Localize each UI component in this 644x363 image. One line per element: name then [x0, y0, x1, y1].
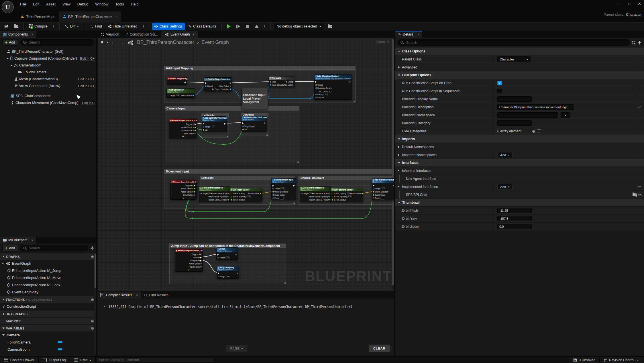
save-button[interactable] — [2, 23, 11, 30]
exec-pin[interactable] — [373, 185, 374, 187]
revision-control-button[interactable]: Revision Control — [600, 357, 644, 363]
exec-pin[interactable] — [184, 82, 186, 83]
my-blueprint-search-input[interactable] — [28, 246, 86, 250]
tree-row[interactable]: CameraBoom — [2, 62, 96, 69]
delete-icon[interactable] — [538, 130, 541, 133]
add-blueprint-item-button[interactable]: + Add — [2, 245, 18, 251]
data-pin[interactable] — [231, 196, 232, 197]
compile-options-kebab-icon[interactable]: ⋮ — [51, 24, 56, 29]
expander-icon[interactable] — [3, 313, 6, 315]
list-item[interactable]: CameraBoom — [0, 346, 96, 353]
eject-button[interactable] — [253, 23, 261, 30]
expander-icon[interactable] — [10, 65, 13, 67]
exec-pin[interactable] — [224, 123, 226, 125]
expand-chevron-icon[interactable] — [170, 197, 196, 199]
add-component-button[interactable]: + Add — [2, 39, 18, 46]
menu-item-asset[interactable]: Asset — [43, 0, 59, 9]
exec-pin[interactable] — [200, 260, 202, 262]
pin-value[interactable] — [380, 197, 384, 200]
exec-pin[interactable] — [293, 185, 295, 187]
node-get-right-vector[interactable]: ƒGet Right VectorIn Rot X (Roll)Return V… — [230, 188, 262, 202]
text-field[interactable] — [497, 224, 532, 229]
exec-pin[interactable] — [264, 122, 266, 124]
expander-icon[interactable] — [2, 299, 5, 301]
asset-tab[interactable]: ThirdPersonMap — [17, 11, 58, 22]
data-pin[interactable] — [373, 191, 374, 193]
menu-item-view[interactable]: View — [59, 0, 74, 9]
exec-pin[interactable] — [272, 185, 274, 187]
list-item[interactable]: EnhancedInputAction IA_Look — [0, 281, 96, 289]
add-icon[interactable]: ⊕ — [91, 297, 94, 302]
edit-in-cpp-link[interactable]: Edit in C — [82, 101, 95, 105]
data-pin[interactable] — [373, 194, 374, 196]
unsaved-button[interactable]: 3 Unsaved — [569, 357, 600, 363]
exec-pin[interactable] — [194, 185, 195, 187]
tree-row[interactable]: SP8_ChatComponent — [2, 93, 96, 99]
details-search-input[interactable] — [406, 40, 627, 45]
close-icon[interactable]: ✕ — [638, 0, 641, 7]
menu-item-window[interactable]: Window — [92, 0, 112, 9]
variable-type-pill[interactable] — [58, 341, 62, 343]
add-icon[interactable]: ⊕ — [91, 319, 94, 323]
node-get-control-rotation-1[interactable]: ƒGet Control RotationTarget is PawnTarge… — [199, 186, 230, 202]
my-blueprint-search[interactable] — [20, 245, 88, 251]
expander-icon[interactable] — [398, 154, 401, 156]
expander-icon[interactable] — [398, 146, 401, 148]
mapping-context-dropdown[interactable]: MC_Default — [318, 90, 331, 93]
namespace-dropdown[interactable] — [561, 112, 570, 118]
reset-to-default-icon[interactable]: ↩ — [638, 105, 641, 109]
text-field[interactable] — [497, 104, 574, 110]
text-field[interactable] — [497, 208, 532, 213]
exec-pin[interactable] — [200, 254, 202, 255]
cmd-dropdown[interactable]: Cmd — [70, 357, 95, 363]
breadcrumb-current[interactable]: Event Graph — [201, 40, 229, 45]
data-pin[interactable] — [195, 133, 196, 134]
exec-pin[interactable] — [203, 123, 204, 125]
node-add-movement-input-2[interactable]: ƒAdd Movement InputTarget is PawnTargets… — [372, 178, 394, 200]
data-pin[interactable] — [315, 84, 317, 86]
menu-item-tools[interactable]: Tools — [112, 0, 127, 9]
section-header-interfaces[interactable]: INTERFACES — [0, 311, 96, 317]
tree-row[interactable]: FollowCamera — [2, 69, 96, 76]
list-item[interactable]: EnhancedInputAction IA_Move — [0, 274, 96, 281]
data-pin[interactable] — [373, 197, 374, 199]
pin-value[interactable]: self — [381, 187, 385, 190]
expander-icon[interactable] — [397, 170, 400, 172]
maximize-icon[interactable]: □ — [628, 0, 630, 7]
tab-components[interactable]: Components × — [0, 31, 36, 38]
browse-button[interactable] — [12, 23, 20, 30]
tree-row[interactable]: Arrow Component (Arrow)Edit in C++ — [2, 83, 96, 89]
section-header-variables[interactable]: VARIABLES⊕ — [0, 325, 96, 331]
data-pin[interactable] — [200, 263, 202, 264]
data-pin[interactable] — [272, 194, 274, 196]
tab-details[interactable]: ✎ Details × — [395, 31, 422, 38]
data-pin[interactable] — [270, 84, 271, 86]
exec-pin[interactable] — [350, 81, 351, 83]
hide-unrelated-kebab-icon[interactable]: ⋮ — [141, 24, 146, 29]
compile-button[interactable]: ✓ Compile — [26, 23, 50, 30]
data-pin[interactable] — [193, 95, 194, 96]
exec-pin[interactable] — [200, 257, 202, 258]
close-icon[interactable]: × — [32, 238, 33, 242]
tab-compiler-results[interactable]: Compiler Results× — [97, 292, 141, 299]
section-header-graphs[interactable]: GRAPHS⊕ — [0, 253, 96, 260]
add-icon[interactable]: ⊕ — [91, 326, 94, 330]
node-enhanced-input-subsystem[interactable]: Enhanced Input Local Player Subsystem — [242, 88, 268, 109]
details-settings-icon[interactable] — [638, 41, 641, 44]
forward-arrow-icon[interactable]: → — [119, 40, 124, 45]
details-section-thumbnail[interactable]: Thumbnail — [395, 199, 644, 207]
event-graph-canvas[interactable]: ⚑ ← → BP_ThirdPersonCharacter › Event Gr… — [97, 38, 394, 291]
my-blueprint-settings-icon[interactable] — [91, 246, 94, 250]
checkbox[interactable]: ✓ — [497, 81, 502, 85]
asset-tab[interactable]: BP_ThirdPersonCharacter× — [59, 11, 121, 22]
exec-pin[interactable] — [230, 85, 231, 87]
data-pin[interactable] — [195, 127, 196, 128]
section-header-functions[interactable]: FUNCTIONS(41 OVERRIDABLE)⊕ — [0, 296, 96, 303]
class-settings-button[interactable]: Class Settings — [152, 23, 185, 30]
list-item[interactable]: FollowCamera — [0, 339, 96, 346]
node-get-controller[interactable]: ƒGet ControllerTarget is PawnTargetselfR… — [166, 88, 195, 98]
pin-value[interactable]: 0,0 — [347, 195, 352, 198]
data-pin[interactable] — [332, 199, 333, 201]
menu-item-help[interactable]: Help — [127, 0, 142, 9]
data-pin[interactable] — [272, 188, 274, 189]
